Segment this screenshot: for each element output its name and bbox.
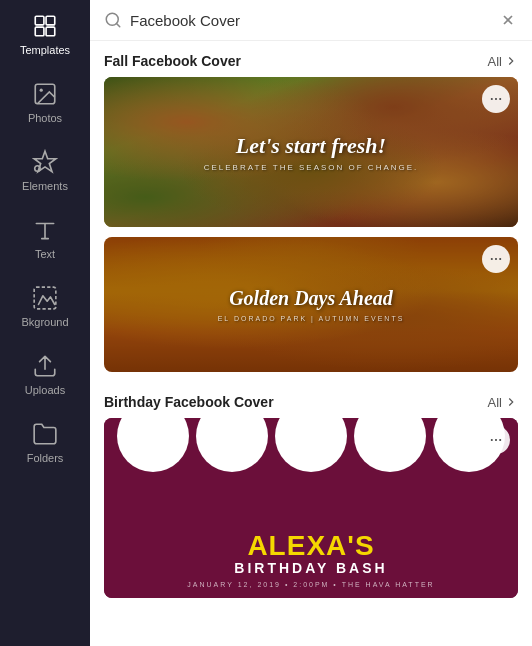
svg-point-6 <box>35 166 40 171</box>
section-header-fall: Fall Facebook Cover All <box>90 41 532 77</box>
sidebar-item-templates[interactable]: Templates <box>0 0 90 68</box>
main-panel: Fall Facebook Cover All Let's start fres… <box>90 0 532 646</box>
search-bar <box>90 0 532 41</box>
sidebar-item-folders[interactable]: Folders <box>0 408 90 476</box>
more-options-bday-button[interactable] <box>482 426 510 454</box>
svg-point-17 <box>491 439 493 441</box>
svg-point-11 <box>491 98 493 100</box>
card-title-golden: Golden Days Ahead <box>229 287 393 310</box>
sidebar-label-background: Bkground <box>21 316 68 328</box>
svg-rect-2 <box>35 27 44 36</box>
image-icon <box>31 80 59 108</box>
card-overlay-fresh: Let's start fresh! Celebrate the season … <box>104 77 518 227</box>
svg-point-5 <box>40 89 43 92</box>
svg-point-16 <box>499 258 501 260</box>
search-icon <box>104 11 122 29</box>
svg-point-14 <box>491 258 493 260</box>
folder-icon <box>31 420 59 448</box>
sidebar-label-folders: Folders <box>27 452 64 464</box>
sidebar-item-elements[interactable]: Elements <box>0 136 90 204</box>
sidebar-label-photos: Photos <box>28 112 62 124</box>
bday-circle-2 <box>196 418 268 472</box>
bday-circle-4 <box>354 418 426 472</box>
see-all-birthday-button[interactable]: All <box>488 395 518 410</box>
birthday-content: ALEXA'S BIRTHDAY BASH January 12, 2019 •… <box>104 530 518 588</box>
section-title-fall: Fall Facebook Cover <box>104 53 241 69</box>
section-header-birthday: Birthday Facebook Cover All <box>90 382 532 418</box>
sidebar-item-text[interactable]: Text <box>0 204 90 272</box>
section-birthday: Birthday Facebook Cover All <box>90 382 532 598</box>
svg-rect-0 <box>35 16 44 25</box>
bday-circle-1 <box>117 418 189 472</box>
birthday-bash: BIRTHDAY BASH <box>234 560 387 576</box>
sidebar: Templates Photos Elements Text Bkground <box>0 0 90 646</box>
birthday-details: January 12, 2019 • 2:00PM • The Hava Hat… <box>187 581 434 588</box>
bday-circle-3 <box>275 418 347 472</box>
birthday-name: ALEXA'S <box>247 530 374 562</box>
svg-rect-1 <box>46 16 55 25</box>
svg-point-12 <box>495 98 497 100</box>
more-options-golden-button[interactable] <box>482 245 510 273</box>
template-card-golden-days[interactable]: Golden Days Ahead El Dorado Park | Autum… <box>104 237 518 372</box>
sidebar-item-uploads[interactable]: Uploads <box>0 340 90 408</box>
svg-rect-3 <box>46 27 55 36</box>
sidebar-label-text: Text <box>35 248 55 260</box>
background-icon <box>31 284 59 312</box>
sidebar-item-photos[interactable]: Photos <box>0 68 90 136</box>
card-overlay-golden: Golden Days Ahead El Dorado Park | Autum… <box>104 237 518 372</box>
template-card-alexas-bday[interactable]: ALEXA'S BIRTHDAY BASH January 12, 2019 •… <box>104 418 518 598</box>
elements-icon <box>31 148 59 176</box>
svg-point-18 <box>495 439 497 441</box>
sidebar-label-elements: Elements <box>22 180 68 192</box>
more-options-fresh-button[interactable] <box>482 85 510 113</box>
birthday-circles <box>104 418 518 472</box>
sidebar-label-uploads: Uploads <box>25 384 65 396</box>
svg-point-13 <box>499 98 501 100</box>
template-card-lets-start-fresh[interactable]: Let's start fresh! Celebrate the season … <box>104 77 518 227</box>
sidebar-item-background[interactable]: Bkground <box>0 272 90 340</box>
svg-point-19 <box>499 439 501 441</box>
clear-search-button[interactable] <box>498 10 518 30</box>
card-title-fresh: Let's start fresh! <box>236 133 386 159</box>
search-input[interactable] <box>130 12 490 29</box>
sidebar-label-templates: Templates <box>20 44 70 56</box>
card-subtitle-fresh: Celebrate the season of change. <box>204 163 419 172</box>
card-subtitle-golden: El Dorado Park | Autumn Events <box>218 315 405 322</box>
svg-point-15 <box>495 258 497 260</box>
text-icon <box>31 216 59 244</box>
templates-scroll-area[interactable]: Fall Facebook Cover All Let's start fres… <box>90 41 532 646</box>
see-all-fall-button[interactable]: All <box>488 54 518 69</box>
section-fall: Fall Facebook Cover All Let's start fres… <box>90 41 532 372</box>
grid-icon <box>31 12 59 40</box>
upload-icon <box>31 352 59 380</box>
section-title-birthday: Birthday Facebook Cover <box>104 394 274 410</box>
